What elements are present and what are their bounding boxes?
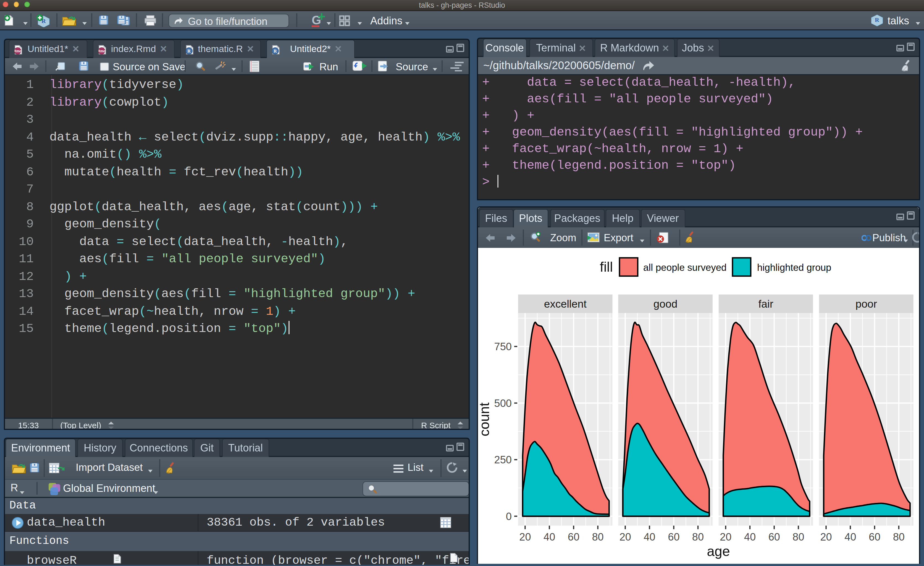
svg-text:80: 80 [893, 531, 904, 542]
svg-text:500: 500 [494, 397, 512, 409]
svg-text:Rmd: Rmd [98, 49, 105, 53]
svg-text:60: 60 [568, 531, 579, 542]
svg-text:250: 250 [494, 454, 512, 465]
svg-text:age: age [707, 543, 730, 559]
svg-text:60: 60 [768, 531, 780, 542]
svg-text:40: 40 [744, 531, 756, 542]
svg-text:80: 80 [792, 531, 804, 542]
svg-text:good: good [654, 298, 678, 310]
svg-text:60: 60 [869, 531, 880, 542]
svg-text:count: count [477, 402, 492, 436]
svg-text:40: 40 [844, 531, 856, 542]
svg-text:fill: fill [600, 259, 613, 274]
svg-text:80: 80 [592, 531, 603, 542]
svg-text:R: R [273, 49, 277, 53]
svg-text:fair: fair [759, 298, 773, 310]
svg-text:60: 60 [668, 531, 680, 542]
svg-text:750: 750 [494, 340, 512, 352]
svg-text:all people surveyed: all people surveyed [643, 262, 727, 272]
svg-text:R: R [188, 49, 190, 53]
svg-text:20: 20 [720, 531, 731, 542]
svg-text:40: 40 [543, 531, 555, 542]
svg-text:20: 20 [820, 531, 832, 542]
svg-text:80: 80 [692, 531, 704, 542]
svg-text:20: 20 [519, 531, 531, 542]
svg-text:0: 0 [506, 510, 512, 522]
svg-text:Rmd: Rmd [14, 49, 21, 53]
svg-text:excellent: excellent [544, 298, 586, 310]
svg-text:40: 40 [644, 531, 655, 542]
svg-text:poor: poor [855, 298, 877, 310]
svg-text:20: 20 [620, 531, 631, 542]
svg-text:highlighted group: highlighted group [757, 262, 831, 272]
svg-text:R: R [875, 16, 879, 23]
